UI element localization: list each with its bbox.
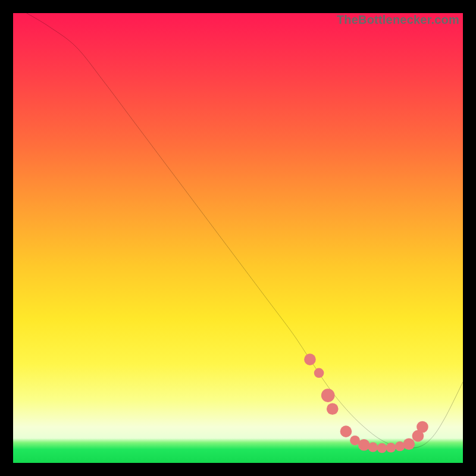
curve-marker <box>314 368 324 378</box>
curve-marker <box>327 403 339 415</box>
curve-marker <box>321 389 335 402</box>
curve-marker <box>358 439 370 451</box>
bottleneck-curve <box>13 13 463 463</box>
curve-marker <box>368 442 378 452</box>
chart-frame: TheBottlenecker.com <box>0 0 476 476</box>
curve-marker <box>340 425 352 437</box>
curve-marker <box>386 443 396 453</box>
curve-marker <box>377 443 387 453</box>
curve-markers <box>304 353 428 453</box>
curve-line <box>27 13 463 448</box>
curve-marker <box>416 421 428 433</box>
curve-marker <box>403 438 415 450</box>
plot-area: TheBottlenecker.com <box>13 13 463 463</box>
curve-marker <box>304 353 316 365</box>
